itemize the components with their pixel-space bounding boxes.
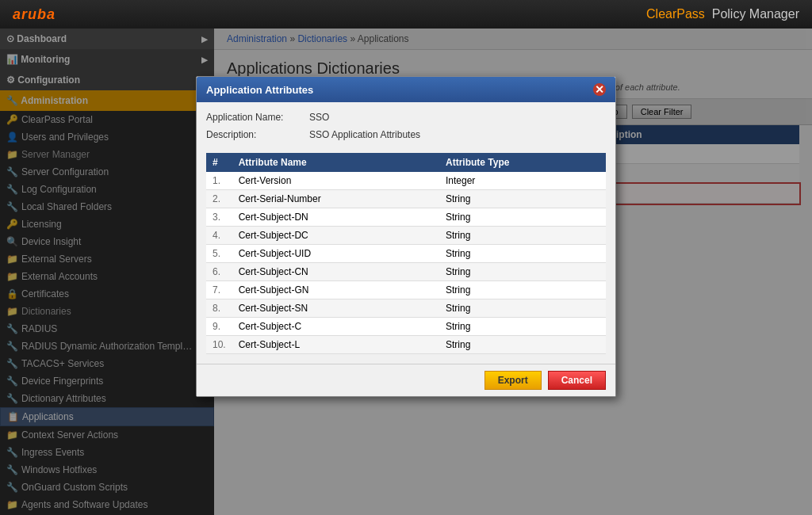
modal-row-num: 8. [206,299,232,318]
modal-row-num: 5. [206,245,232,263]
modal-row-num: 4. [206,227,232,245]
modal-app-name-field: Application Name: SSO [206,112,606,123]
modal-title: Application Attributes [206,84,313,96]
modal-table-row: 1. Cert-Version Integer [206,172,606,190]
modal-row-attr-type: String [439,263,606,281]
product-name: ClearPass [646,7,705,21]
modal-table-row: 9. Cert-Subject-C String [206,318,606,336]
modal-row-num: 1. [206,172,232,190]
modal-row-attr-name: Cert-Subject-DN [232,208,439,227]
modal-row-attr-name: Cert-Subject-CN [232,263,439,281]
modal-row-attr-name: Cert-Version [232,172,439,190]
top-header: aruba ClearPass Policy Manager [0,0,812,29]
modal-row-attr-name: Cert-Subject-UID [232,245,439,263]
modal-row-num: 6. [206,263,232,281]
modal-row-num: 3. [206,208,232,227]
attributes-table: # Attribute Name Attribute Type 1. Cert-… [206,153,606,354]
modal-table-row: 4. Cert-Subject-DC String [206,227,606,245]
modal-col-attr-type: Attribute Type [439,153,606,172]
modal-row-attr-name: Cert-Subject-GN [232,281,439,299]
modal-table-row: 3. Cert-Subject-DN String [206,208,606,227]
modal-description-field: Description: SSO Application Attributes [206,129,606,140]
modal-row-num: 10. [206,336,232,354]
modal-row-attr-type: String [439,318,606,336]
product-title: ClearPass Policy Manager [646,7,799,21]
modal-table-row: 10. Cert-Subject-L String [206,336,606,354]
modal-row-attr-type: String [439,208,606,227]
aruba-logo: aruba [13,6,56,23]
modal-header: Application Attributes ✕ [197,77,615,102]
modal-row-num: 2. [206,190,232,208]
modal-row-attr-name: Cert-Subject-SN [232,299,439,318]
modal-row-num: 7. [206,281,232,299]
export-button[interactable]: Export [485,371,542,390]
modal-row-attr-name: Cert-Subject-DC [232,227,439,245]
modal-row-attr-type: Integer [439,172,606,190]
modal-col-num: # [206,153,232,172]
modal-app-name-label: Application Name: [206,112,309,123]
application-attributes-modal: Application Attributes ✕ Application Nam… [196,76,616,397]
modal-app-name-value: SSO [309,112,329,123]
modal-close-button[interactable]: ✕ [593,83,606,96]
modal-description-label: Description: [206,129,309,140]
modal-table-row: 7. Cert-Subject-GN String [206,281,606,299]
modal-table-row: 2. Cert-Serial-Number String [206,190,606,208]
modal-table-wrap: # Attribute Name Attribute Type 1. Cert-… [206,147,606,354]
modal-row-attr-name: Cert-Serial-Number [232,190,439,208]
product-sub: Policy Manager [712,7,799,21]
modal-row-attr-name: Cert-Subject-L [232,336,439,354]
modal-row-attr-type: String [439,336,606,354]
modal-row-num: 9. [206,318,232,336]
modal-overlay: Application Attributes ✕ Application Nam… [0,29,812,515]
modal-description-value: SSO Application Attributes [309,129,420,140]
modal-col-attr-name: Attribute Name [232,153,439,172]
modal-row-attr-type: String [439,299,606,318]
modal-row-attr-type: String [439,281,606,299]
modal-row-attr-name: Cert-Subject-C [232,318,439,336]
modal-table-row: 5. Cert-Subject-UID String [206,245,606,263]
modal-table-row: 8. Cert-Subject-SN String [206,299,606,318]
modal-footer: Export Cancel [197,364,615,396]
modal-row-attr-type: String [439,245,606,263]
modal-row-attr-type: String [439,190,606,208]
cancel-button[interactable]: Cancel [548,371,606,390]
modal-row-attr-type: String [439,227,606,245]
modal-table-row: 6. Cert-Subject-CN String [206,263,606,281]
modal-body: Application Name: SSO Description: SSO A… [197,102,615,364]
